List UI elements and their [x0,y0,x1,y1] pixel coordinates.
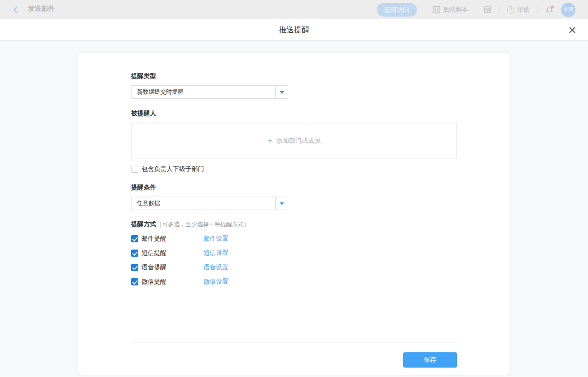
topbar-actions: 应用访问 后端脚本 [377,3,575,17]
reminder-condition-label: 提醒条件 [131,184,457,191]
add-member-button[interactable]: + 添加部门或成员 [131,123,457,158]
sms-reminder-checkbox[interactable] [131,250,138,257]
contact-card-button[interactable] [484,6,491,13]
sms-settings-link[interactable]: 短信设置 [203,249,228,257]
method-row-voice: 语音提醒 语音设置 [131,264,457,271]
divider [425,7,425,13]
wechat-reminder-label: 微信提醒 [141,278,203,286]
top-app-bar: 发送邮件 应用访问 后端脚本 [0,0,588,19]
voice-reminder-checkbox[interactable] [131,264,138,271]
back-icon[interactable] [12,6,20,14]
notifications-bell-icon[interactable] [545,6,553,14]
email-reminder-checkbox[interactable] [131,235,138,242]
voice-settings-link[interactable]: 语音设置 [203,263,228,272]
sms-reminder-label: 短信提醒 [141,249,203,257]
app-access-button[interactable]: 应用访问 [377,3,417,17]
page-breadcrumb-title[interactable]: 发送邮件 [28,4,55,15]
divider [476,7,476,13]
footer-divider [131,342,457,342]
reminder-methods-label: 提醒方式（可多选，至少选择一种提醒方式） [131,220,457,228]
contact-card-icon [484,6,491,13]
help-label: 帮助 [517,6,530,14]
help-button[interactable]: ? 帮助 [507,6,530,14]
plus-icon: + [268,136,272,146]
close-icon[interactable] [567,25,578,35]
modal-body: 提醒类型 新数据提交时提醒 被提醒人 + 添加部门或成员 包含负责人下级子部门 … [0,41,588,377]
reminder-condition-value: 任意数据 [132,197,275,210]
email-settings-link[interactable]: 邮件设置 [203,235,228,243]
divider [537,7,538,13]
reminded-people-label: 被提醒人 [131,110,457,117]
method-row-email: 邮件提醒 邮件设置 [131,235,457,242]
divider [499,7,500,13]
modal-header: 推送提醒 [0,19,588,41]
footer-actions: 保存 [131,352,457,368]
wechat-reminder-checkbox[interactable] [131,278,138,285]
include-sub-departments-label: 包含负责人下级子部门 [141,165,204,173]
reminder-type-label: 提醒类型 [131,72,457,79]
email-reminder-label: 邮件提醒 [141,235,203,243]
top-app-bar-content: 发送邮件 应用访问 后端脚本 [0,0,588,19]
reminder-methods-title: 提醒方式 [131,220,156,228]
include-sub-departments-checkbox[interactable] [131,166,138,173]
code-icon [433,6,440,13]
method-row-wechat: 微信提醒 微信设置 [131,278,457,285]
method-row-sms: 短信提醒 短信设置 [131,250,457,257]
reminder-condition-select[interactable]: 任意数据 [131,197,288,210]
chevron-down-icon[interactable] [275,86,288,98]
reminder-type-select[interactable]: 新数据提交时提醒 [131,85,288,99]
avatar[interactable]: 专用 [561,3,575,17]
reminder-methods-hint: （可多选，至少选择一种提醒方式） [156,221,250,228]
voice-reminder-label: 语音提醒 [141,263,203,272]
modal-title: 推送提醒 [279,25,309,35]
reminder-type-value: 新数据提交时提醒 [132,86,275,98]
backend-script-label: 后端脚本 [443,6,468,14]
question-mark-icon: ? [507,6,514,13]
push-reminder-form-card: 提醒类型 新数据提交时提醒 被提醒人 + 添加部门或成员 包含负责人下级子部门 … [78,52,510,375]
chevron-down-icon[interactable] [275,197,288,210]
include-sub-departments-row: 包含负责人下级子部门 [131,166,457,173]
add-member-placeholder: 添加部门或成员 [276,137,320,145]
backend-script-button[interactable]: 后端脚本 [433,6,468,14]
notification-badge [551,5,554,9]
save-button[interactable]: 保存 [403,352,457,368]
wechat-settings-link[interactable]: 微信设置 [203,278,228,286]
